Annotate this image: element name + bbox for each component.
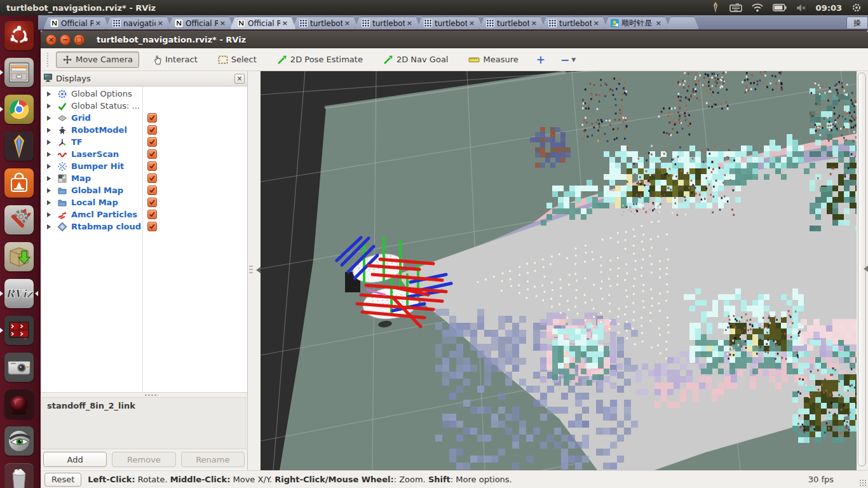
- display-enabled-checkbox[interactable]: [147, 173, 157, 183]
- panel-horizontal-splitter[interactable]: [41, 392, 247, 397]
- tool-measure[interactable]: Measure: [462, 51, 524, 67]
- launcher-item-rviz[interactable]: RViz: [4, 279, 34, 308]
- window-titlebar[interactable]: ×−□ turtlebot_navigation.rviz* - RViz: [41, 30, 868, 48]
- expand-arrow-icon[interactable]: [47, 152, 53, 157]
- expand-arrow-icon[interactable]: [47, 128, 53, 133]
- browser-tab[interactable]: turtlebot_×: [292, 17, 358, 29]
- display-row-map[interactable]: Map: [41, 172, 247, 184]
- rename-button[interactable]: Rename: [181, 452, 245, 467]
- expand-arrow-icon[interactable]: [47, 224, 53, 229]
- left-splitter-handle[interactable]: [248, 71, 261, 470]
- add-button[interactable]: Add: [43, 452, 107, 467]
- expand-arrow-icon[interactable]: [47, 176, 53, 181]
- battery-icon[interactable]: [773, 4, 787, 11]
- browser-tab[interactable]: turtlebot_×: [541, 17, 607, 29]
- browser-tab[interactable]: navigatio×: [105, 17, 172, 29]
- tab-close-icon[interactable]: ×: [593, 19, 599, 27]
- clock[interactable]: 09:03: [816, 3, 842, 13]
- session-gear-icon[interactable]: [851, 3, 862, 13]
- tab-close-icon[interactable]: ×: [407, 19, 412, 27]
- launcher-item-eye-viewer[interactable]: [4, 426, 34, 456]
- lantern-indicator-icon[interactable]: [711, 2, 720, 13]
- display-enabled-checkbox[interactable]: [147, 186, 157, 195]
- display-row-laserscan[interactable]: LaserScan: [41, 148, 247, 160]
- expand-arrow-icon[interactable]: [47, 164, 53, 169]
- display-row-robotmodel[interactable]: RobotModel: [41, 124, 247, 136]
- launcher-item-software-center[interactable]: [4, 168, 34, 198]
- display-enabled-checkbox[interactable]: [147, 222, 157, 231]
- display-row-grid[interactable]: Grid: [41, 112, 247, 124]
- browser-tab[interactable]: turtlebot_×: [479, 17, 545, 29]
- display-row-local-map[interactable]: Local Map: [41, 196, 247, 208]
- browser-tab[interactable]: turtlebot_×: [355, 17, 421, 29]
- right-splitter-handle[interactable]: [857, 71, 868, 470]
- tool-select[interactable]: Select: [212, 51, 263, 67]
- expand-arrow-icon[interactable]: [47, 212, 53, 217]
- browser-tab[interactable]: turtlebot_×: [417, 17, 483, 29]
- 3d-viewport[interactable]: [261, 71, 857, 470]
- browser-tab[interactable]: Official R×: [168, 17, 234, 29]
- display-enabled-checkbox[interactable]: [147, 149, 157, 159]
- tab-close-icon[interactable]: ×: [469, 19, 475, 27]
- remove-tool-button[interactable]: −▼: [555, 53, 581, 66]
- display-row-rtabmap-cloud[interactable]: Rtabmap cloud: [41, 220, 247, 233]
- expand-arrow-icon[interactable]: [47, 140, 53, 145]
- tab-close-icon[interactable]: ×: [656, 19, 661, 27]
- tab-close-icon[interactable]: ×: [220, 19, 226, 27]
- launcher-item-ubuntu-dash[interactable]: [4, 21, 34, 50]
- display-enabled-checkbox[interactable]: [147, 198, 157, 207]
- keyboard-icon[interactable]: [729, 3, 742, 12]
- launcher-item-terminator[interactable]: [4, 316, 34, 345]
- browser-tab-new[interactable]: [666, 17, 699, 29]
- wifi-icon[interactable]: [752, 3, 763, 12]
- tab-close-icon[interactable]: ×: [95, 19, 101, 27]
- minimize-button[interactable]: −: [60, 34, 71, 45]
- resize-grip[interactable]: [859, 479, 867, 487]
- tab-close-icon[interactable]: ×: [344, 19, 350, 27]
- launcher-item-system-settings[interactable]: [4, 205, 34, 234]
- tab-close-icon[interactable]: ×: [531, 19, 537, 27]
- launcher-item-trash[interactable]: [4, 463, 34, 488]
- tool-interact[interactable]: Interact: [147, 51, 204, 68]
- launcher-item-lantern[interactable]: [4, 132, 34, 161]
- expand-arrow-icon[interactable]: [47, 104, 53, 109]
- expand-arrow-icon[interactable]: [47, 116, 53, 121]
- launcher-item-camera-app[interactable]: [4, 353, 34, 382]
- tab-close-icon[interactable]: ×: [158, 19, 163, 27]
- displays-panel-close-button[interactable]: ×: [234, 74, 245, 84]
- tab-overflow-button[interactable]: 操: [846, 17, 868, 29]
- close-button[interactable]: ×: [46, 34, 57, 45]
- display-row-bumper-hit[interactable]: Bumper Hit: [41, 160, 247, 172]
- display-enabled-checkbox[interactable]: [147, 137, 157, 147]
- expand-arrow-icon[interactable]: [47, 188, 53, 193]
- displays-panel-header[interactable]: Displays ×: [41, 71, 247, 86]
- toolbar-drag-handle[interactable]: [46, 53, 50, 67]
- reset-button[interactable]: Reset: [44, 473, 81, 487]
- launcher-item-file-manager[interactable]: [4, 58, 34, 87]
- display-row-amcl-particles[interactable]: Amcl Particles: [41, 208, 247, 220]
- display-row-tf[interactable]: TF: [41, 136, 247, 148]
- tool-2d-nav-goal[interactable]: 2D Nav Goal: [377, 51, 455, 68]
- remove-button[interactable]: Remove: [112, 452, 175, 467]
- tab-close-icon[interactable]: ×: [282, 19, 288, 27]
- expand-arrow-icon[interactable]: [47, 200, 53, 205]
- tool-2d-pose-estimate[interactable]: 2D Pose Estimate: [271, 51, 369, 68]
- maximize-button[interactable]: □: [74, 34, 85, 45]
- display-enabled-checkbox[interactable]: [147, 125, 157, 135]
- display-row-global-status[interactable]: Global Status: ...: [41, 100, 247, 112]
- display-row-global-map[interactable]: Global Map: [41, 184, 247, 196]
- launcher-item-screen-recorder[interactable]: [4, 390, 34, 419]
- display-enabled-checkbox[interactable]: [147, 113, 157, 123]
- tool-move-camera[interactable]: Move Camera: [56, 51, 139, 68]
- browser-tab[interactable]: Official R×: [43, 17, 109, 29]
- display-row-global-options[interactable]: Global Options: [41, 88, 247, 100]
- add-tool-button[interactable]: +: [531, 53, 550, 66]
- launcher-item-chrome[interactable]: [4, 95, 34, 124]
- browser-tab[interactable]: Official R×: [230, 17, 296, 29]
- expand-arrow-icon[interactable]: [47, 92, 53, 97]
- display-enabled-checkbox[interactable]: [147, 210, 157, 219]
- browser-tab[interactable]: 顺时针是×: [604, 17, 670, 29]
- display-enabled-checkbox[interactable]: [147, 161, 157, 171]
- volume-muted-icon[interactable]: [796, 4, 806, 12]
- launcher-item-software-updater[interactable]: [4, 242, 34, 271]
